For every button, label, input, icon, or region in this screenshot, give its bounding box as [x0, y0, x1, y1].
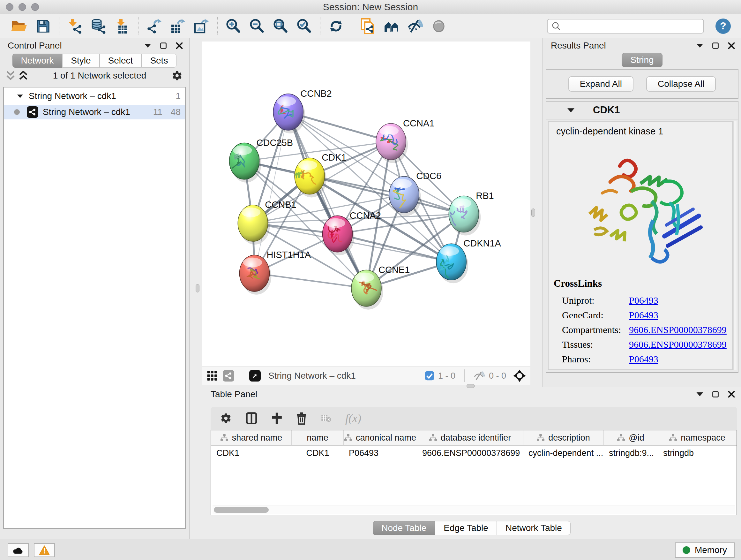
zoom-fit-button[interactable] [269, 16, 292, 37]
disclosure-triangle-icon[interactable] [567, 108, 575, 112]
tab-network[interactable]: Network [12, 54, 63, 68]
results-scrollbar[interactable] [733, 121, 737, 370]
import-network-button[interactable] [63, 16, 87, 37]
column-header[interactable]: shared name [211, 430, 292, 446]
disclosure-triangle-icon[interactable] [17, 95, 23, 98]
show-all-button[interactable] [427, 16, 451, 37]
network-node-CDKN1A[interactable]: CDKN1A [436, 238, 501, 283]
cell-namespace[interactable]: stringdb [658, 446, 737, 460]
splitter-handle[interactable] [531, 208, 535, 217]
show-columns-icon[interactable] [246, 412, 257, 425]
tab-string[interactable]: String [622, 53, 662, 67]
fit-content-crosshair-icon[interactable] [513, 369, 526, 382]
memory-button[interactable]: Memory [675, 543, 735, 558]
gear-icon[interactable] [172, 70, 183, 81]
scrollbar-thumb[interactable] [214, 507, 269, 513]
import-network-from-database-button[interactable] [87, 16, 111, 37]
panel-float-icon[interactable] [712, 42, 719, 50]
export-image-button[interactable] [190, 16, 213, 37]
grid-view-icon[interactable] [207, 370, 218, 381]
save-session-button[interactable] [31, 16, 55, 37]
panel-float-icon[interactable] [712, 390, 719, 398]
network-collection-row[interactable]: String Network – cdk1 1 [4, 89, 185, 104]
zoom-selected-button[interactable] [292, 16, 316, 37]
panel-collapse-icon[interactable] [696, 392, 703, 396]
column-header[interactable]: @id [604, 430, 658, 446]
zoom-in-button[interactable] [221, 16, 245, 37]
collapse-all-icon[interactable] [19, 71, 27, 80]
network-birdseye-icon[interactable] [223, 370, 234, 381]
crosslink-link[interactable]: 9606.ENSP00000378699 [629, 339, 732, 350]
open-session-button[interactable] [8, 16, 31, 37]
tab-style[interactable]: Style [62, 54, 99, 68]
node-label-CCNA1: CCNA1 [403, 118, 434, 128]
column-header[interactable]: name [292, 430, 344, 446]
search-input[interactable] [564, 21, 699, 31]
expand-all-icon[interactable] [6, 71, 15, 80]
cell-shared-name[interactable]: CDK1 [211, 446, 292, 460]
selected-nodes-checkbox-icon[interactable] [425, 371, 434, 381]
tab-edge-table[interactable]: Edge Table [435, 521, 497, 535]
column-header[interactable]: database identifier [417, 430, 523, 446]
duplicate-network-button[interactable] [356, 16, 380, 37]
help-button[interactable]: ? [716, 18, 731, 34]
cloud-status-button[interactable] [8, 543, 29, 557]
cell-database-identifier[interactable]: 9606.ENSP00000378699 [417, 446, 523, 460]
expand-all-button[interactable]: Expand All [568, 76, 633, 91]
network-node-HIST1H1A[interactable]: HIST1H1A [239, 250, 311, 295]
hide-selected-button[interactable] [403, 16, 427, 37]
application-window: Session: New Session [0, 0, 741, 560]
network-row[interactable]: String Network – cdk1 11 48 [4, 105, 185, 119]
table-horizontal-scrollbar[interactable] [212, 505, 735, 514]
panel-float-icon[interactable] [159, 42, 167, 50]
protein-card-header[interactable]: CDK1 [546, 102, 738, 119]
table-settings-gear-icon[interactable] [220, 413, 232, 424]
panel-close-icon[interactable] [176, 42, 183, 50]
panel-collapse-icon[interactable] [696, 44, 703, 48]
network-edge[interactable] [288, 112, 366, 288]
network-node-CCNB2[interactable]: CCNB2 [273, 88, 332, 133]
crosslink-link[interactable]: P06493 [629, 354, 732, 365]
export-network-button[interactable] [142, 16, 166, 37]
first-neighbors-button[interactable] [380, 16, 403, 37]
cell-name[interactable]: CDK1 [292, 446, 344, 460]
tab-sets[interactable]: Sets [141, 54, 177, 68]
crosslink-label: Uniprot: [562, 295, 629, 306]
network-node-RB1[interactable]: RB1 [449, 191, 494, 236]
toolbar-search[interactable] [547, 19, 704, 34]
open-in-browser-icon[interactable] [249, 370, 261, 381]
export-table-button[interactable] [166, 16, 190, 37]
column-header[interactable]: namespace [658, 430, 737, 446]
collapse-all-button[interactable]: Collapse All [646, 76, 716, 91]
column-header[interactable]: canonical name [344, 430, 417, 446]
import-table-button[interactable] [111, 16, 134, 37]
tab-select[interactable]: Select [99, 54, 142, 68]
crosslink-link[interactable]: 9606.ENSP00000378699 [629, 324, 732, 335]
crosslink-link[interactable]: P06493 [629, 295, 732, 306]
create-column-plus-icon[interactable] [271, 412, 282, 424]
cell-canonical-name[interactable]: P06493 [344, 446, 417, 460]
network-node-CDC25B[interactable]: CDC25B [229, 138, 293, 183]
network-node-CDK1[interactable]: CDK1 [294, 152, 346, 197]
protein-name: CDK1 [593, 105, 620, 116]
panel-collapse-icon[interactable] [144, 44, 151, 48]
delete-column-trash-icon[interactable] [296, 412, 307, 425]
network-edge[interactable] [254, 112, 288, 273]
tab-node-table[interactable]: Node Table [373, 521, 435, 535]
zoom-out-button[interactable] [245, 16, 269, 37]
column-header[interactable]: description [523, 430, 604, 446]
splitter-handle[interactable] [196, 284, 199, 293]
network-canvas[interactable]: CCNB2CCNA1CDC25BCDK1CDC6RB1CCNB1CCNA2CDK… [202, 42, 530, 367]
crosslink-link[interactable]: P06493 [629, 310, 732, 320]
network-node-CDC6[interactable]: CDC6 [389, 171, 441, 216]
panel-close-icon[interactable] [728, 42, 735, 50]
warnings-button[interactable] [34, 543, 55, 557]
tab-network-table[interactable]: Network Table [497, 521, 570, 535]
apply-style-button[interactable] [324, 16, 348, 37]
network-graph[interactable]: CCNB2CCNA1CDC25BCDK1CDC6RB1CCNB1CCNA2CDK… [202, 42, 530, 367]
panel-close-icon[interactable] [728, 390, 735, 398]
network-node-CCNE1[interactable]: CCNE1 [351, 265, 410, 310]
cell-description[interactable]: cyclin-dependent ... [523, 446, 604, 460]
cell-id[interactable]: stringdb:9... [604, 446, 658, 460]
table-row[interactable]: CDK1 CDK1 P06493 9606.ENSP00000378699 cy… [211, 446, 737, 460]
